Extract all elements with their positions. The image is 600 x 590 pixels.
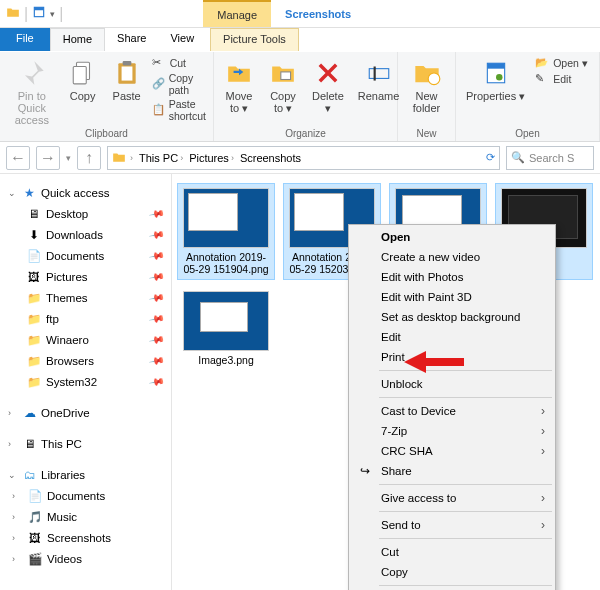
- folder-icon: 📄: [26, 248, 41, 263]
- file-item[interactable]: Image3.png: [178, 287, 274, 370]
- label: Rename: [358, 90, 400, 102]
- menu-item[interactable]: Set as desktop background: [351, 307, 553, 327]
- rename-button[interactable]: Rename: [354, 56, 404, 104]
- address-field[interactable]: › This PC › Pictures › Screenshots ⟳: [107, 146, 500, 170]
- new-folder-button[interactable]: New folder: [404, 56, 449, 116]
- file-name: Image3.png: [198, 354, 253, 366]
- cut-button[interactable]: ✂Cut: [152, 56, 207, 70]
- sidebar-item[interactable]: ›🖼Screenshots: [4, 527, 167, 548]
- copy-button[interactable]: Copy: [64, 56, 102, 104]
- edit-button[interactable]: ✎Edit: [535, 72, 588, 86]
- nav-up-button[interactable]: ↑: [77, 146, 101, 170]
- sidebar-item[interactable]: 📁ftp📌: [4, 308, 167, 329]
- sidebar-item[interactable]: 🖥Desktop📌: [4, 203, 167, 224]
- group-label: Clipboard: [6, 128, 207, 141]
- scissors-icon: ✂: [152, 56, 166, 70]
- sidebar-item[interactable]: ⬇Downloads📌: [4, 224, 167, 245]
- pin-icon: [17, 58, 47, 88]
- move-to-button[interactable]: Move to ▾: [220, 56, 258, 116]
- pin-to-quick-access-button[interactable]: Pin to Quick access: [6, 56, 58, 128]
- label: System32: [46, 376, 97, 388]
- sidebar-item[interactable]: 📁Winaero📌: [4, 329, 167, 350]
- sidebar-item[interactable]: 📁Themes📌: [4, 287, 167, 308]
- copy-path-button[interactable]: 🔗Copy path: [152, 72, 207, 96]
- label: Documents: [46, 250, 104, 262]
- sidebar-quick-access[interactable]: ⌄★Quick access: [4, 182, 167, 203]
- label: Themes: [46, 292, 88, 304]
- label: Documents: [47, 490, 105, 502]
- divider-icon: |: [59, 5, 63, 23]
- group-label: New: [404, 128, 449, 141]
- svg-rect-3: [73, 67, 86, 84]
- svg-rect-12: [487, 63, 504, 68]
- tab-picture-tools[interactable]: Picture Tools: [210, 28, 299, 51]
- file-item[interactable]: Annotation 2019-05-29 151904.png: [178, 184, 274, 279]
- menu-separator: [379, 538, 552, 539]
- menu-item[interactable]: Cut: [351, 542, 553, 562]
- refresh-icon[interactable]: ⟳: [486, 151, 495, 164]
- sidebar-item[interactable]: ›🎬Videos: [4, 548, 167, 569]
- tab-home[interactable]: Home: [50, 28, 105, 51]
- label: Cut: [381, 546, 399, 558]
- ribbon: Pin to Quick access Copy Paste ✂Cut 🔗Cop…: [0, 52, 600, 142]
- sidebar-item[interactable]: 🖼Pictures📌: [4, 266, 167, 287]
- menu-item[interactable]: Unblock: [351, 374, 553, 394]
- menu-item[interactable]: Edit with Photos: [351, 267, 553, 287]
- sidebar-item[interactable]: 📄Documents📌: [4, 245, 167, 266]
- contextual-tab-manage[interactable]: Manage: [203, 0, 271, 27]
- title-text: Screenshots: [271, 0, 365, 27]
- copy-to-button[interactable]: Copy to ▾: [264, 56, 302, 116]
- menu-item[interactable]: Cast to Device: [351, 401, 553, 421]
- menu-item[interactable]: Edit: [351, 327, 553, 347]
- menu-item[interactable]: ↪Share: [351, 461, 553, 481]
- nav-back-button[interactable]: ←: [6, 146, 30, 170]
- recent-dropdown-icon[interactable]: ▾: [66, 153, 71, 163]
- label: Music: [47, 511, 77, 523]
- label: Browsers: [46, 355, 94, 367]
- pin-icon: 📌: [149, 311, 165, 327]
- sidebar-libraries[interactable]: ⌄🗂Libraries: [4, 464, 167, 485]
- folder-icon: ⬇: [26, 227, 41, 242]
- properties-icon[interactable]: [32, 5, 46, 23]
- sidebar-item[interactable]: 📁Browsers📌: [4, 350, 167, 371]
- menu-item[interactable]: Open: [351, 227, 553, 247]
- menu-item[interactable]: Print: [351, 347, 553, 367]
- sidebar-item[interactable]: ›📄Documents: [4, 485, 167, 506]
- breadcrumb-item[interactable]: Screenshots: [238, 152, 303, 164]
- pin-icon: 📌: [149, 374, 165, 390]
- label: Pictures: [46, 271, 88, 283]
- properties-button[interactable]: Properties ▾: [462, 56, 529, 104]
- menu-separator: [379, 397, 552, 398]
- sidebar-this-pc[interactable]: ›🖥This PC: [4, 433, 167, 454]
- label: Copy path: [169, 72, 207, 96]
- menu-item[interactable]: CRC SHA: [351, 441, 553, 461]
- sidebar-onedrive[interactable]: ›☁OneDrive: [4, 402, 167, 423]
- open-button[interactable]: 📂Open ▾: [535, 56, 588, 70]
- breadcrumb-item[interactable]: This PC ›: [137, 152, 185, 164]
- menu-item[interactable]: Send to: [351, 515, 553, 535]
- delete-button[interactable]: Delete ▾: [308, 56, 348, 116]
- paste-shortcut-button[interactable]: 📋Paste shortcut: [152, 98, 207, 122]
- label: Open ▾: [553, 57, 588, 69]
- open-icon: 📂: [535, 56, 549, 70]
- search-input[interactable]: 🔍 Search S: [506, 146, 594, 170]
- label: Create a new video: [381, 251, 480, 263]
- menu-item[interactable]: 7-Zip: [351, 421, 553, 441]
- menu-item[interactable]: Copy: [351, 562, 553, 582]
- tab-file[interactable]: File: [0, 28, 50, 51]
- nav-forward-button[interactable]: →: [36, 146, 60, 170]
- sidebar-item[interactable]: ›🎵Music: [4, 506, 167, 527]
- paste-button[interactable]: Paste: [108, 56, 146, 104]
- svg-point-13: [496, 74, 503, 81]
- qat-dropdown-icon[interactable]: ▾: [50, 9, 55, 19]
- folder-icon: [112, 150, 126, 166]
- tab-share[interactable]: Share: [105, 28, 158, 51]
- menu-item[interactable]: Give access to: [351, 488, 553, 508]
- label: Share: [381, 465, 412, 477]
- breadcrumb-item[interactable]: Pictures ›: [187, 152, 236, 164]
- menu-item[interactable]: Create a new video: [351, 247, 553, 267]
- sidebar-item[interactable]: 📁System32📌: [4, 371, 167, 392]
- tab-view[interactable]: View: [158, 28, 206, 51]
- folder-icon: [6, 5, 20, 23]
- menu-item[interactable]: Edit with Paint 3D: [351, 287, 553, 307]
